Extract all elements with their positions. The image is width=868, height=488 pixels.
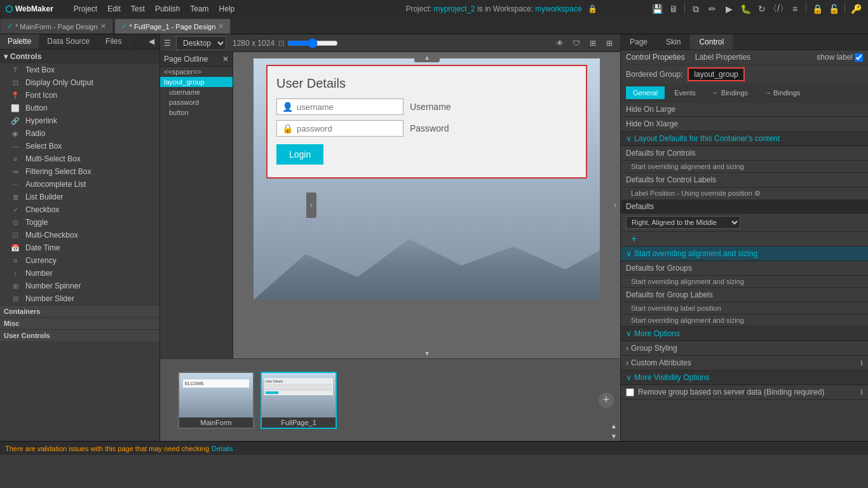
right-tab-control[interactable]: Control bbox=[690, 34, 733, 50]
thumb-fullpage[interactable]: User Details FullPage_1 bbox=[261, 372, 337, 429]
palette-item-selectbox[interactable]: —Select Box bbox=[0, 140, 159, 152]
canvas-bottom-arrow[interactable]: ▾ bbox=[414, 348, 440, 358]
palette-item-toggle[interactable]: ⊙Toggle bbox=[0, 216, 159, 229]
menu-team[interactable]: Team bbox=[185, 4, 214, 13]
device-select[interactable]: Desktop bbox=[176, 36, 226, 50]
prop-custom-attributes[interactable]: › Custom Attributes ℹ bbox=[621, 356, 868, 370]
list-btn[interactable]: ≡ bbox=[788, 2, 802, 16]
palette-item-listbuilder[interactable]: ≣List Builder bbox=[0, 191, 159, 203]
props-tab-events[interactable]: Events bbox=[667, 86, 703, 99]
prop-defaults-controls[interactable]: Defaults for Controls bbox=[621, 146, 868, 161]
menu-edit[interactable]: Edit bbox=[102, 4, 126, 13]
outline-username[interactable]: username bbox=[160, 87, 233, 97]
menu-test[interactable]: Test bbox=[126, 4, 150, 13]
palette-item-hyperlink[interactable]: 🔗Hyperlink bbox=[0, 114, 159, 127]
tab-fullpage[interactable]: ✓ * FullPage_1 - Page Design ✕ bbox=[114, 18, 231, 34]
eye-icon[interactable]: 👁 bbox=[553, 36, 567, 50]
containers-section[interactable]: Containers bbox=[0, 305, 159, 317]
prop-defaults-control-labels[interactable]: Defaults for Control Labels bbox=[621, 173, 868, 187]
right-tab-skin[interactable]: Skin bbox=[657, 34, 690, 50]
grid-icon[interactable]: ⊞ bbox=[602, 36, 616, 50]
palette-item-filterselect[interactable]: ≔Filtering Select Box bbox=[0, 165, 159, 178]
palette-tab-files[interactable]: Files bbox=[98, 34, 130, 49]
save-btn[interactable]: 💾 bbox=[650, 2, 664, 16]
prop-defaults-groups[interactable]: Defaults for Groups bbox=[621, 261, 868, 276]
monitor-btn[interactable]: 🖥 bbox=[667, 2, 681, 16]
code-btn[interactable]: 〈/〉 bbox=[771, 2, 785, 16]
key-btn[interactable]: 🔑 bbox=[849, 2, 863, 16]
outline-spacer[interactable]: <<spacer>> bbox=[160, 67, 233, 77]
prop-group-styling[interactable]: › Group Styling bbox=[621, 341, 868, 356]
menu-help[interactable]: Help bbox=[214, 4, 240, 13]
lock-btn[interactable]: 🔒 bbox=[810, 2, 824, 16]
outline-password[interactable]: password bbox=[160, 97, 233, 107]
prop-layout-defaults[interactable]: ∨ Layout Defaults for this Container's c… bbox=[621, 132, 868, 146]
palette-item-autocomplete[interactable]: ···Autocomplete List bbox=[0, 178, 159, 191]
prop-visibility-options[interactable]: ∨ More Visibility Options bbox=[621, 370, 868, 385]
add-button[interactable]: + bbox=[626, 232, 642, 245]
prop-hide-large[interactable]: Hide On Large bbox=[621, 102, 868, 117]
palette-item-multiselect[interactable]: ≡Multi-Select Box bbox=[0, 152, 159, 165]
scroll-down-arrow[interactable]: ▼ bbox=[607, 431, 620, 441]
canvas-right-arrow[interactable]: › bbox=[610, 193, 620, 218]
misc-section[interactable]: Misc bbox=[0, 317, 159, 329]
palette-item-textbox[interactable]: TText Box bbox=[0, 64, 159, 76]
props-tab-bindings-out[interactable]: → Bindings bbox=[757, 86, 807, 99]
zoom-slider[interactable] bbox=[287, 38, 338, 48]
prop-start-override-section[interactable]: ∨ Start overriding alignment and sizing bbox=[621, 247, 868, 261]
edit-btn[interactable]: ✏ bbox=[705, 2, 719, 16]
alignment-select[interactable]: Right, Aligned to the Middle bbox=[626, 216, 740, 229]
tab-fullpage-close[interactable]: ✕ bbox=[218, 22, 224, 30]
palette-item-display[interactable]: ⊡Display Only Output bbox=[0, 76, 159, 89]
workspace-name[interactable]: myworkspace bbox=[535, 4, 581, 13]
tab-mainform[interactable]: ✓ * MainForm - Page Design ✕ bbox=[0, 18, 113, 34]
palette-collapse-btn[interactable]: ◀ bbox=[144, 34, 159, 49]
palette-item-number[interactable]: ↕Number bbox=[0, 267, 159, 280]
outline-toggle[interactable]: ☰ bbox=[164, 39, 171, 48]
copy-btn[interactable]: ⧉ bbox=[689, 2, 703, 16]
debug-btn[interactable]: 🐛 bbox=[738, 2, 752, 16]
add-page-button[interactable]: + bbox=[599, 393, 614, 408]
prop-label-position[interactable]: Label Position - Using override position… bbox=[621, 187, 868, 200]
prop-start-override-groups[interactable]: Start overriding alignment and sizing bbox=[621, 276, 868, 288]
menu-project[interactable]: Project bbox=[69, 4, 102, 13]
controls-section[interactable]: ▾ Controls bbox=[0, 50, 159, 64]
play-btn[interactable]: ▶ bbox=[722, 2, 736, 16]
menu-publish[interactable]: Publish bbox=[150, 4, 185, 13]
palette-item-radio[interactable]: ◉Radio bbox=[0, 127, 159, 140]
outline-button[interactable]: button bbox=[160, 107, 233, 118]
canvas-top-arrow[interactable]: ▴ bbox=[414, 52, 440, 62]
prop-hide-xlarge[interactable]: Hide On Xlarge bbox=[621, 117, 868, 132]
username-input[interactable] bbox=[297, 102, 392, 112]
username-input-wrap[interactable]: 👤 bbox=[276, 98, 403, 115]
remove-group-checkbox[interactable] bbox=[626, 388, 634, 396]
status-details-link[interactable]: Details bbox=[212, 445, 233, 452]
thumb-mainform[interactable]: ELCOME MainForm bbox=[178, 372, 254, 429]
tab-mainform-close[interactable]: ✕ bbox=[100, 22, 106, 30]
scroll-up-arrow[interactable]: ▲ bbox=[607, 421, 620, 431]
palette-item-multicheckbox[interactable]: ☑Multi-Checkbox bbox=[0, 229, 159, 241]
palette-item-currency[interactable]: ¤Currency bbox=[0, 254, 159, 267]
unlock-btn[interactable]: 🔓 bbox=[827, 2, 841, 16]
refresh-btn[interactable]: ↻ bbox=[755, 2, 769, 16]
palette-tab-palette[interactable]: Palette bbox=[0, 34, 39, 49]
palette-tab-datasource[interactable]: Data Source bbox=[39, 34, 98, 49]
palette-item-datetime[interactable]: 📅Date Time bbox=[0, 241, 159, 254]
canvas-left-arrow[interactable]: ‹ bbox=[306, 193, 316, 218]
prop-start-override-group-align[interactable]: Start overriding alignment and sizing bbox=[621, 315, 868, 327]
palette-item-fonticon[interactable]: 📍Font Icon bbox=[0, 89, 159, 102]
crop-icon[interactable]: ⊞ bbox=[586, 36, 600, 50]
user-controls-section[interactable]: User Controls bbox=[0, 329, 159, 341]
remove-group-label[interactable]: Remove group based on server data (Bindi… bbox=[626, 388, 825, 396]
outline-layout-group[interactable]: layout_group bbox=[160, 77, 233, 87]
outline-close-btn[interactable]: ✕ bbox=[222, 55, 229, 64]
lock-icon[interactable]: 🔒 bbox=[588, 4, 597, 13]
palette-item-checkbox[interactable]: ✓Checkbox bbox=[0, 203, 159, 216]
show-label-checkbox[interactable] bbox=[855, 53, 863, 62]
prop-remove-group[interactable]: Remove group based on server data (Bindi… bbox=[621, 385, 868, 400]
prop-defaults-group-labels[interactable]: Defaults for Group Labels bbox=[621, 288, 868, 302]
project-name[interactable]: myproject_2 bbox=[433, 4, 475, 13]
props-tab-bindings-in[interactable]: ← Bindings bbox=[705, 86, 755, 99]
password-input-wrap[interactable]: 🔒 bbox=[276, 120, 403, 137]
shield-icon[interactable]: 🛡 bbox=[569, 36, 583, 50]
